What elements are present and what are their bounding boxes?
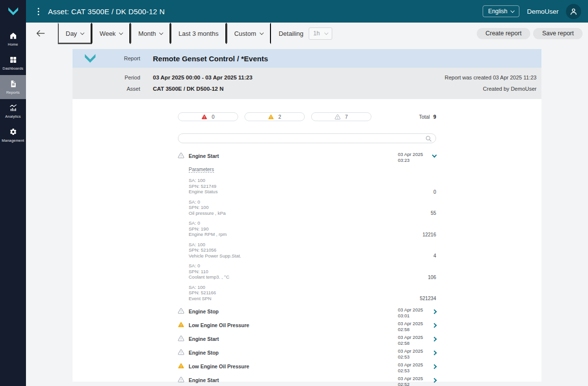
event-chevron-icon[interactable] [432, 337, 437, 342]
report-created-at: Report was created 03 Apr 2025 11:23 [444, 75, 537, 80]
analytics-icon [9, 104, 17, 112]
report-content: 0 2 7 Total 9 [178, 112, 436, 386]
event-chevron-icon[interactable] [432, 309, 437, 314]
event-timestamp: 03 Apr 202502:52 [398, 376, 426, 386]
info-count-badge[interactable]: 7 [311, 112, 371, 121]
tab-custom[interactable]: Custom [226, 23, 271, 44]
event-name: Engine Start [189, 377, 219, 383]
info-triangle-icon [178, 335, 184, 341]
report-card: Report Remote Genset Control / *Events P… [73, 49, 541, 382]
event-chevron-icon[interactable] [432, 364, 437, 369]
parameter-info: SA: 0SPN: 100Oil pressure , kPa [189, 199, 226, 216]
tab-month[interactable]: Month [130, 23, 171, 44]
event-row[interactable]: Low Engine Oil Pressure 03 Apr 202502:53 [178, 361, 436, 375]
top-bar-main: Asset: CAT 3500E / DK D500-12 N English … [26, 0, 588, 23]
back-arrow-icon [36, 29, 45, 37]
event-row[interactable]: Engine Stop 03 Apr 202503:01 [178, 306, 436, 320]
parameter-info: SA: 0SPN: 110Coolant temp3. , °C [189, 263, 229, 280]
sidebar-item-management[interactable]: Management [0, 123, 26, 147]
sidebar-nav: Home Dashboards Reports Analytics Manage… [0, 23, 26, 386]
tab-week[interactable]: Week [92, 23, 130, 44]
event-row[interactable]: Engine Start 03 Apr 202502:52 [178, 375, 436, 386]
event-name: Engine Stop [189, 309, 219, 314]
parameter-info: SA: 100SPN: 521166Event SPN [189, 284, 216, 302]
sidebar-item-analytics[interactable]: Analytics [0, 99, 26, 123]
parameter-value: 55 [431, 210, 436, 216]
back-button[interactable] [34, 27, 47, 39]
warning-triangle-icon [178, 322, 184, 328]
info-triangle-icon [178, 349, 184, 355]
event-name: Engine Start [189, 336, 219, 342]
event-row[interactable]: Low Engine Oil Pressure 03 Apr 202502:58 [178, 320, 436, 334]
detailing-value: 1h [313, 30, 319, 37]
total-value: 9 [433, 114, 436, 120]
warning-count: 2 [278, 114, 281, 120]
event-row[interactable]: Engine Start 03 Apr 202503:23 [178, 151, 436, 164]
asset-value: CAT 3500E / DK D500-12 N [153, 86, 223, 92]
parameter-value: 106 [428, 275, 436, 280]
parameter-row: SA: 0SPN: 100Oil pressure , kPa 55 [189, 197, 436, 218]
sidebar-item-label: Reports [6, 90, 20, 95]
tab-day[interactable]: Day [58, 23, 92, 44]
chevron-down-icon [80, 31, 84, 35]
app-logo[interactable] [0, 0, 26, 23]
report-logo-icon [83, 52, 98, 65]
report-title: Remote Genset Control / *Events [153, 54, 268, 63]
sidebar-item-label: Analytics [5, 114, 21, 119]
language-label: English [488, 8, 507, 15]
warning-triangle-icon [268, 114, 274, 120]
user-name: DemoUser [527, 8, 559, 15]
event-chevron-icon[interactable] [432, 323, 437, 328]
event-chevron-icon[interactable] [432, 153, 437, 158]
tab-last-3-months[interactable]: Last 3 months [171, 23, 226, 44]
language-selector[interactable]: English [483, 5, 519, 17]
report-header-band: Report Remote Genset Control / *Events [73, 49, 541, 68]
warning-triangle-icon [178, 363, 184, 369]
event-timestamp: 03 Apr 202503:23 [398, 152, 426, 163]
dashboards-icon [9, 56, 17, 64]
info-count: 7 [345, 114, 348, 120]
report-created-by: Created by DemoUser [483, 86, 537, 92]
search-input[interactable] [182, 135, 425, 141]
info-triangle-icon [178, 377, 184, 383]
tab-label: Month [138, 30, 156, 37]
sidebar-item-dashboards[interactable]: Dashboards [0, 51, 26, 75]
event-row[interactable]: Engine Start 03 Apr 202502:58 [178, 334, 436, 347]
event-row[interactable]: Engine Stop 03 Apr 202502:53 [178, 347, 436, 361]
event-chevron-icon[interactable] [432, 351, 437, 356]
critical-count-badge[interactable]: 0 [178, 112, 238, 121]
info-triangle-icon [335, 114, 341, 120]
parameters-link[interactable]: Parameters [189, 167, 214, 173]
tab-label: Last 3 months [178, 30, 219, 37]
period-value: 03 Apr 2025 00:00 - 03 Apr 2025 11:23 [153, 75, 252, 80]
management-icon [9, 128, 17, 136]
asset-label: Asset [73, 86, 140, 92]
main-area: Day Week Month Last 3 months Custom Deta… [26, 23, 588, 386]
event-chevron-icon[interactable] [432, 378, 437, 383]
period-label: Period [73, 75, 140, 80]
parameters-list: SA: 100SPN: 521749Engine Status 0 SA: 0S… [178, 175, 436, 303]
create-report-button[interactable]: Create report [477, 28, 531, 39]
detailing-label: Detailing [279, 30, 304, 37]
parameter-value: 4 [433, 253, 436, 258]
sidebar-item-label: Dashboards [2, 66, 23, 71]
sidebar-item-home[interactable]: Home [0, 27, 26, 51]
logo-chevron-icon [7, 5, 20, 17]
parameter-row: SA: 100SPN: 521749Engine Status 0 [189, 175, 436, 197]
warning-count-badge[interactable]: 2 [245, 112, 305, 121]
event-timestamp: 03 Apr 202503:01 [398, 307, 426, 319]
info-triangle-icon [178, 308, 184, 314]
tab-label: Custom [234, 30, 256, 37]
save-report-button[interactable]: Save report [533, 28, 583, 39]
info-triangle-icon [178, 153, 184, 158]
detailing-select[interactable]: 1h [309, 27, 332, 40]
kebab-menu-icon[interactable] [36, 6, 41, 17]
sidebar-item-reports[interactable]: Reports [0, 75, 26, 99]
chevron-down-icon [119, 31, 123, 35]
top-bar: Asset: CAT 3500E / DK D500-12 N English … [0, 0, 588, 23]
report-meta-band: Period 03 Apr 2025 00:00 - 03 Apr 2025 1… [73, 68, 541, 99]
user-avatar[interactable] [566, 4, 581, 19]
asset-title: Asset: CAT 3500E / DK D500-12 N [48, 7, 165, 16]
person-icon [569, 7, 578, 16]
total-events: Total 9 [419, 114, 436, 120]
